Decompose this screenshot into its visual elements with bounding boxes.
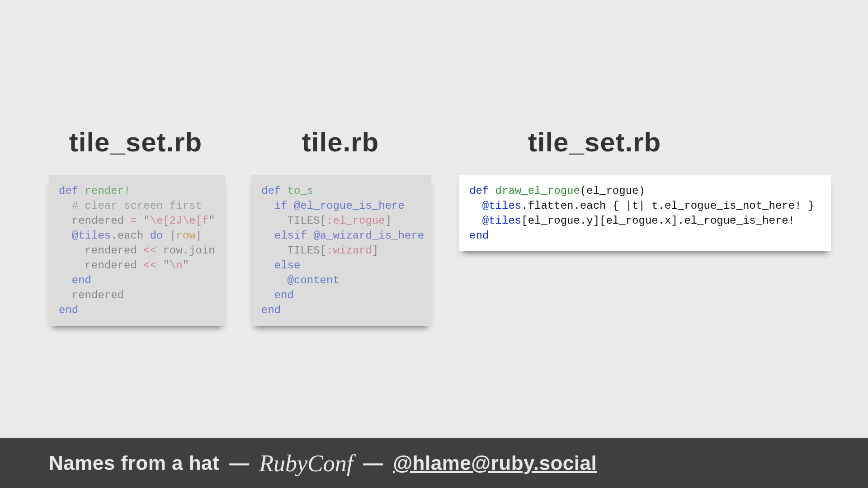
card-title-2: tile.rb — [302, 127, 379, 158]
footer-dash-1: — — [229, 452, 249, 474]
code-card-render: def render! # clear screen first rendere… — [49, 175, 225, 326]
footer-title: Names from a hat — [49, 452, 219, 474]
code-block: def to_s if @el_rogue_is_here TILES[:el_… — [261, 183, 421, 318]
footer-handle-link[interactable]: @hlame@ruby.social — [393, 452, 597, 474]
card-title-1: tile_set.rb — [69, 127, 202, 158]
code-block: def render! # clear screen first rendere… — [59, 183, 215, 318]
code-card-draw: def draw_el_rogue(el_rogue) @tiles.flatt… — [459, 175, 831, 251]
footer-dash-2: — — [363, 452, 383, 474]
card-title-3: tile_set.rb — [528, 127, 661, 158]
rubyconf-logo: RubyConf — [259, 450, 353, 477]
code-card-tos: def to_s if @el_rogue_is_here TILES[:el_… — [251, 175, 431, 326]
code-block: def draw_el_rogue(el_rogue) @tiles.flatt… — [469, 183, 821, 243]
footer-bar: Names from a hat — RubyConf — @hlame@rub… — [0, 438, 868, 488]
slide-stage: tile_set.rb tile.rb tile_set.rb def rend… — [0, 0, 868, 488]
